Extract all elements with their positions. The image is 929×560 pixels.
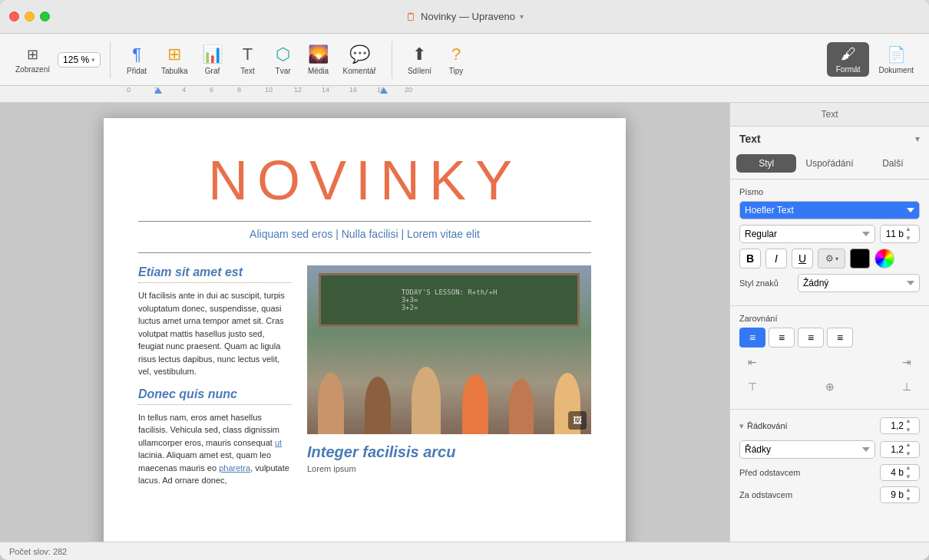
komentar-button[interactable]: 💬 Komentář xyxy=(337,41,382,78)
line-type-stepper[interactable]: ▲ ▼ xyxy=(905,440,916,459)
ruler-mark: 4 xyxy=(182,86,186,94)
photo-icon[interactable]: 🖼 xyxy=(568,411,587,430)
char-style-select[interactable]: Žádný xyxy=(798,274,920,292)
align-center-button[interactable]: ≡ xyxy=(769,328,795,348)
pridat-icon: ¶ xyxy=(132,44,141,64)
ap-down[interactable]: ▼ xyxy=(905,495,916,504)
student-3 xyxy=(412,367,441,434)
size-down[interactable]: ▼ xyxy=(905,234,916,243)
align-row-2: ⇤ ⇥ xyxy=(739,352,920,372)
after-para-stepper[interactable]: ▲ ▼ xyxy=(905,486,916,504)
align-justify-button[interactable]: ≡ xyxy=(827,328,853,348)
panel-tabs: Styl Uspořádání Další xyxy=(730,148,929,180)
size-value: 125 % xyxy=(63,54,89,65)
section2-divider xyxy=(138,404,292,405)
indent-right-button[interactable]: ⇥ xyxy=(894,352,920,372)
sdileni-button[interactable]: ⬆ Sdílení xyxy=(402,41,438,78)
window-title: Novinky — Upraveno xyxy=(421,11,515,22)
line-spacing-field: 1,2 ▲ ▼ xyxy=(880,417,920,434)
tab-dalsi[interactable]: Další xyxy=(863,154,923,173)
student-5 xyxy=(509,379,534,434)
align-right-button[interactable]: ≡ xyxy=(798,328,824,348)
text-collapse-arrow[interactable]: ▾ xyxy=(915,133,920,144)
window-title-area: 🗒 Novinky — Upraveno ▾ xyxy=(405,11,524,23)
dropdown-arrow[interactable]: ▾ xyxy=(520,12,524,21)
before-para-stepper[interactable]: ▲ ▼ xyxy=(905,463,916,482)
status-bar: Počet slov: 282 xyxy=(0,542,929,560)
share-tips-group: ⬆ Sdílení ? Tipy xyxy=(398,41,476,78)
tvar-label: Tvar xyxy=(276,67,291,75)
minimize-button[interactable] xyxy=(25,12,35,21)
before-para-value: 4 b xyxy=(891,467,904,478)
text-section-label: Text xyxy=(739,133,761,145)
media-button[interactable]: 🌄 Média xyxy=(302,41,336,78)
ap-up[interactable]: ▲ xyxy=(905,486,916,495)
format-button[interactable]: 🖌 Formát xyxy=(827,42,870,77)
ruler-mark: 16 xyxy=(349,86,357,94)
page-subtitle: Aliquam sed eros | Nulla facilisi | Lore… xyxy=(138,228,591,240)
panel-header: Text xyxy=(730,103,929,127)
underline-button[interactable]: U xyxy=(792,249,813,268)
color-wheel[interactable] xyxy=(874,249,894,268)
format-icon: 🖌 xyxy=(841,45,856,63)
gear-button[interactable]: ⚙▾ xyxy=(818,249,845,268)
valign-top-button[interactable]: ⊤ xyxy=(739,377,765,397)
line-spacing-stepper[interactable]: ▲ ▼ xyxy=(905,417,916,435)
tipy-button[interactable]: ? Tipy xyxy=(439,41,473,78)
ls-up[interactable]: ▲ xyxy=(905,417,916,426)
tab-usporadani[interactable]: Uspořádání xyxy=(799,154,859,173)
font-name-select[interactable]: Hoefler Text xyxy=(739,201,920,219)
tvar-icon: ⬡ xyxy=(276,44,290,64)
chalkboard: TODAY'S LESSON: R+th/+H3+3=3+2= xyxy=(319,273,580,327)
font-style-select[interactable]: Regular xyxy=(739,225,875,243)
students-row xyxy=(307,365,591,434)
fullscreen-button[interactable] xyxy=(40,12,50,21)
lt-up[interactable]: ▲ xyxy=(905,440,916,450)
font-size-value: 11 b xyxy=(886,229,904,239)
bp-up[interactable]: ▲ xyxy=(905,463,916,473)
close-button[interactable] xyxy=(9,12,19,21)
italic-button[interactable]: I xyxy=(765,249,787,268)
student-2 xyxy=(365,377,391,434)
bp-down[interactable]: ▼ xyxy=(905,473,916,482)
ruler-mark: 8 xyxy=(237,86,241,94)
valign-mid-button[interactable]: ⊕ xyxy=(817,377,843,397)
section2-link[interactable]: ut xyxy=(275,438,282,447)
font-size-stepper[interactable]: ▲ ▼ xyxy=(905,225,916,243)
ls-down[interactable]: ▼ xyxy=(905,426,916,435)
align-row-3: ⊤ ⊕ ⊥ xyxy=(739,377,920,397)
line-spacing-value: 1,2 xyxy=(891,420,904,431)
lt-down[interactable]: ▼ xyxy=(905,450,916,459)
before-para-field: 4 b ▲ ▼ xyxy=(880,464,920,481)
dokument-icon: 📄 xyxy=(887,45,906,64)
ruler: 0 2 4 6 8 10 12 14 16 18 20 xyxy=(0,86,929,103)
dokument-button[interactable]: 📄 Dokument xyxy=(869,42,923,77)
ruler-mark: 12 xyxy=(294,86,302,94)
traffic-lights xyxy=(9,12,50,21)
student-1 xyxy=(318,373,344,434)
titlebar: 🗒 Novinky — Upraveno ▾ xyxy=(0,0,929,34)
valign-bottom-button[interactable]: ⊥ xyxy=(894,377,920,397)
line-type-select[interactable]: Řádky xyxy=(739,440,875,459)
tvar-button[interactable]: ⬡ Tvar xyxy=(266,41,300,78)
font-name-row: Hoefler Text xyxy=(739,201,920,219)
size-up[interactable]: ▲ xyxy=(905,225,916,234)
bold-button[interactable]: B xyxy=(739,249,761,268)
tabulka-button[interactable]: ⊞ Tabulka xyxy=(155,41,193,78)
pridat-button[interactable]: ¶ Přidat xyxy=(120,41,154,78)
text-button[interactable]: T Text xyxy=(231,41,265,78)
align-left-button[interactable]: ≡ xyxy=(739,328,765,348)
char-style-row: Styl znaků Žádný xyxy=(739,274,920,292)
indent-left-button[interactable]: ⇤ xyxy=(739,352,765,372)
graf-button[interactable]: 📊 Graf xyxy=(196,41,230,78)
tab-styl[interactable]: Styl xyxy=(736,154,796,173)
section1-divider xyxy=(138,282,292,283)
page-divider-top xyxy=(138,221,591,222)
view-button[interactable]: ⊞ Zobrazení xyxy=(9,43,56,77)
color-swatch[interactable] xyxy=(850,249,870,268)
size-selector[interactable]: 125 % ▾ xyxy=(58,52,101,68)
collapse-icon[interactable]: ▾ xyxy=(739,421,744,431)
section2-link2[interactable]: pharetra xyxy=(219,463,250,473)
after-para-row: Za odstavcem 9 b ▲ ▼ xyxy=(739,486,920,503)
caption-text: Lorem ipsum xyxy=(307,464,591,473)
